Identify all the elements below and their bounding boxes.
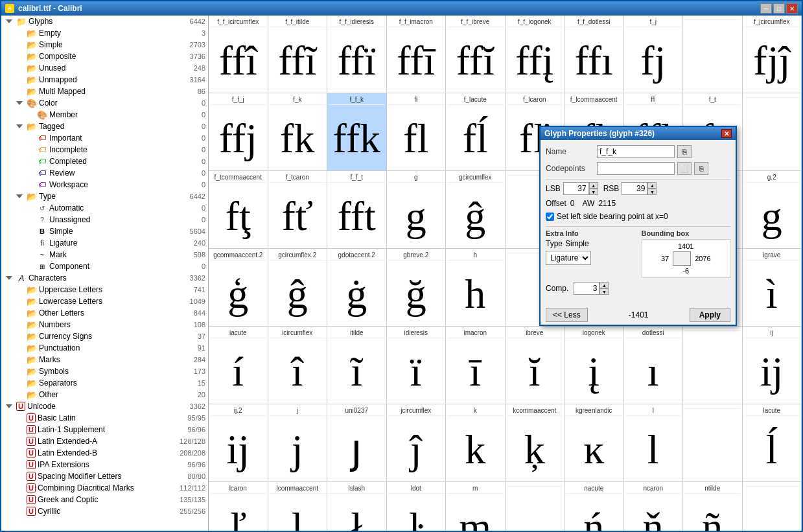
type-select[interactable]: Ligature Simple xyxy=(546,251,591,265)
glyph-cell[interactable]: f_f_dotlessi ffı xyxy=(564,16,624,93)
sidebar-item-multimapped[interactable]: 📂 Multi Mapped 86 xyxy=(1,86,208,97)
dialog-close-button[interactable]: ✕ xyxy=(721,129,732,138)
glyph-cell[interactable]: uni0237 ȷ xyxy=(327,404,387,482)
glyph-cell[interactable]: j j xyxy=(268,404,328,482)
sidebar-item-marks[interactable]: 📂 Marks 284 xyxy=(1,354,208,365)
sidebar-item-punctuation[interactable]: 📂 Punctuation 91 xyxy=(1,342,208,354)
comp-down-button[interactable]: ▼ xyxy=(599,288,609,295)
glyph-cell[interactable]: lslash ł xyxy=(327,482,387,531)
less-button[interactable]: << Less xyxy=(546,308,588,322)
sidebar-item-color[interactable]: 🎨 Color 0 xyxy=(1,97,208,109)
sidebar-item-latin-ext-a[interactable]: U Latin Extended-A 128/128 xyxy=(1,435,208,447)
sidebar-item-unicode[interactable]: U Unicode 3362 xyxy=(1,400,208,412)
glyph-cell[interactable]: icircumflex î xyxy=(268,327,328,404)
maximize-button[interactable]: □ xyxy=(773,3,785,14)
sidebar-item-combining[interactable]: U Combining Diacritical Marks 112/112 xyxy=(1,482,208,494)
sidebar-item-symbols[interactable]: 📂 Symbols 173 xyxy=(1,365,208,377)
glyph-cell[interactable]: g.2 g xyxy=(743,171,802,249)
lsb-down-button[interactable]: ▼ xyxy=(589,189,598,195)
glyph-cell[interactable]: k k xyxy=(446,404,506,482)
glyph-cell[interactable]: f_f_icircumflex ffî xyxy=(209,16,268,93)
minimize-button[interactable]: ─ xyxy=(760,3,772,14)
apply-button[interactable]: Apply xyxy=(690,308,730,322)
glyph-cell[interactable]: idieresis ï xyxy=(387,327,447,404)
bearing-checkbox[interactable] xyxy=(546,213,554,221)
sidebar-item-unused[interactable]: 📂 Unused 248 xyxy=(1,62,208,74)
glyph-cell[interactable]: l l xyxy=(624,404,684,482)
glyph-cell[interactable]: igrave ì xyxy=(743,249,802,327)
glyph-cell[interactable]: f_f_j ffj xyxy=(209,93,268,171)
glyph-cell[interactable]: ntilde ñ xyxy=(683,482,743,531)
glyph-cell[interactable]: dotlessi ı xyxy=(624,327,684,404)
rsb-up-button[interactable]: ▲ xyxy=(647,182,657,189)
glyph-cell[interactable]: gcircumflex.2 ĝ xyxy=(268,249,328,327)
sidebar-item-important[interactable]: 🏷 Important 0 xyxy=(1,132,208,144)
glyph-cell[interactable]: jcircumflex ĵ xyxy=(387,404,447,482)
glyph-cell[interactable] xyxy=(683,16,743,93)
sidebar-item-lowercase[interactable]: 📂 Lowercase Letters 1049 xyxy=(1,295,208,307)
glyph-cell[interactable]: ldot ŀ xyxy=(387,482,447,531)
glyph-cell[interactable]: f_lacute fĺ xyxy=(446,93,506,171)
sidebar-item-greek-coptic[interactable]: U Greek and Coptic 135/135 xyxy=(1,494,208,505)
sidebar-item-cyrillic[interactable]: U Cyrillic 255/256 xyxy=(1,505,208,517)
name-copy-button[interactable]: ⎘ xyxy=(677,145,692,158)
sidebar-item-other-letters[interactable]: 📂 Other Letters 844 xyxy=(1,307,208,319)
sidebar-item-latin-ext-b[interactable]: U Latin Extended-B 208/208 xyxy=(1,447,208,459)
sidebar-item-spacing-mod[interactable]: U Spacing Modifier Letters 80/80 xyxy=(1,470,208,482)
lsb-up-button[interactable]: ▲ xyxy=(589,182,598,189)
glyph-cell[interactable]: f_j fj xyxy=(624,16,684,93)
glyph-cell[interactable]: ij ĳ xyxy=(743,327,802,404)
glyph-cell[interactable]: f_k fk xyxy=(268,93,328,171)
glyph-cell[interactable]: gcircumflex ĝ xyxy=(446,171,506,249)
sidebar-item-completed[interactable]: 🏷 Completed 0 xyxy=(1,156,208,167)
sidebar-item-currency[interactable]: 📂 Currency Signs 37 xyxy=(1,330,208,342)
glyph-cell[interactable]: iogonek į xyxy=(564,327,624,404)
glyph-cell[interactable] xyxy=(683,327,743,404)
glyph-cell[interactable]: fl fl xyxy=(387,93,447,171)
glyph-cell[interactable]: gcommaaccent.2 ģ xyxy=(209,249,268,327)
glyph-cell[interactable]: ncaron ň xyxy=(624,482,684,531)
glyph-cell[interactable]: iacute í xyxy=(209,327,268,404)
sidebar-item-characters[interactable]: A Characters 3362 xyxy=(1,272,208,284)
glyph-cell[interactable]: itilde ĩ xyxy=(327,327,387,404)
glyph-cell[interactable]: f_f_ibreve ffĭ xyxy=(446,16,506,93)
sidebar-item-ligature[interactable]: fi Ligature 240 xyxy=(1,237,208,249)
sidebar-item-component[interactable]: ⊞ Component 0 xyxy=(1,260,208,272)
sidebar-item-empty[interactable]: 📂 Empty 3 xyxy=(1,27,208,39)
glyph-cell[interactable]: f_tcommaaccent fţ xyxy=(209,171,268,249)
rsb-field[interactable] xyxy=(622,182,647,195)
sidebar-item-numbers[interactable]: 📂 Numbers 108 xyxy=(1,319,208,330)
comp-up-button[interactable]: ▲ xyxy=(599,282,609,288)
glyph-cell[interactable] xyxy=(743,482,802,531)
sidebar-item-type-simple[interactable]: B Simple 5604 xyxy=(1,226,208,237)
glyph-cell[interactable]: g g xyxy=(387,171,447,249)
glyph-cell[interactable]: lcaron ľ xyxy=(209,482,268,531)
glyph-cell[interactable]: f_f_iogonek ffį xyxy=(506,16,565,93)
sidebar-item-unassigned[interactable]: ? Unassigned 0 xyxy=(1,214,208,226)
glyph-cell[interactable]: ij.2 ĳ xyxy=(209,404,268,482)
sidebar-item-glyphs[interactable]: 📁 Glyphs 6442 xyxy=(1,16,208,27)
lsb-field[interactable] xyxy=(563,182,589,195)
close-button[interactable]: ✕ xyxy=(786,3,798,14)
glyph-cell[interactable]: gbreve.2 ğ xyxy=(387,249,447,327)
sidebar-item-type[interactable]: 📂 Type 6442 xyxy=(1,191,208,202)
glyph-cell[interactable]: f_f_t fft xyxy=(327,171,387,249)
rsb-down-button[interactable]: ▼ xyxy=(647,189,657,195)
glyph-cell-selected[interactable]: f_f_k ffk xyxy=(327,93,387,171)
sidebar-item-latin-1[interactable]: U Latin-1 Supplement 96/96 xyxy=(1,424,208,435)
sidebar-item-mark[interactable]: ~ Mark 598 xyxy=(1,249,208,260)
glyph-cell[interactable]: f_tcaron fť xyxy=(268,171,328,249)
glyph-cell[interactable]: f_f_imacron ffī xyxy=(387,16,447,93)
sidebar-item-member[interactable]: 🎨 Member 0 xyxy=(1,109,208,121)
glyph-cell[interactable] xyxy=(743,93,802,171)
glyph-cell[interactable]: imacron ī xyxy=(446,327,506,404)
sidebar-item-workspace[interactable]: 🏷 Workspace 0 xyxy=(1,179,208,191)
sidebar-item-uppercase[interactable]: 📂 Uppercase Letters 741 xyxy=(1,284,208,295)
sidebar-item-automatic[interactable]: ↺ Automatic 0 xyxy=(1,202,208,214)
glyph-cell[interactable] xyxy=(683,404,743,482)
sidebar-item-ipa[interactable]: U IPA Extensions 96/96 xyxy=(1,459,208,470)
glyph-cell[interactable]: lcommaaccent ļ xyxy=(268,482,328,531)
sidebar-item-other[interactable]: 📂 Other 20 xyxy=(1,389,208,400)
glyph-cell[interactable]: gdotaccent.2 ġ xyxy=(327,249,387,327)
glyph-cell[interactable]: lacute ĺ xyxy=(743,404,802,482)
